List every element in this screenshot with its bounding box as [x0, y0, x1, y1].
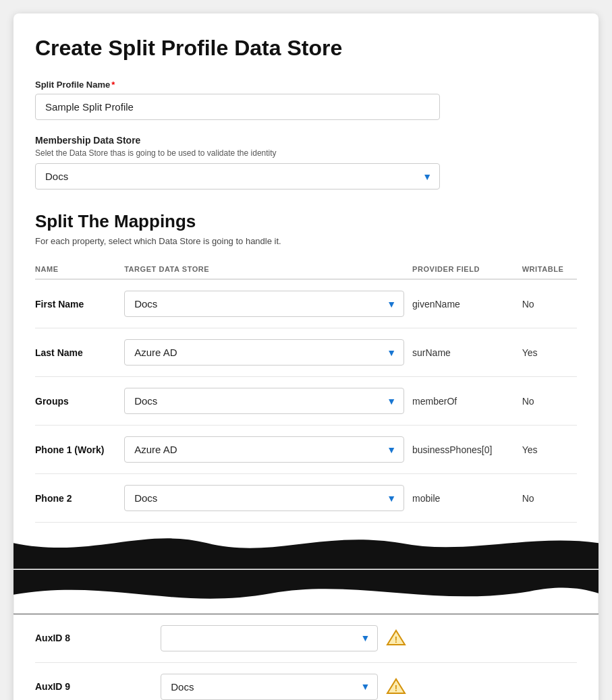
page-title: Create Split Profile Data Store [35, 35, 577, 61]
mappings-section-desc: For each property, select which Data Sto… [35, 236, 577, 246]
col-provider-header: PROVIDER FIELD [412, 260, 522, 279]
membership-data-store-label: Membership Data Store [35, 135, 577, 146]
mappings-section-title: Split The Mappings [35, 211, 577, 232]
col-writable-header: WRITABLE [522, 260, 577, 279]
row-target-select-wrapper: DocsAzure AD▼ [161, 625, 378, 651]
col-target-header: TARGET DATA STORE [124, 260, 412, 279]
row-target-select-cell: DocsAzure AD▼ [161, 662, 386, 700]
row-target-select[interactable]: DocsAzure AD [124, 339, 404, 366]
row-target-select-cell: DocsAzure AD▼ [124, 426, 412, 474]
row-target-select[interactable]: DocsAzure AD [124, 485, 404, 511]
row-provider-field: mobile [412, 474, 522, 523]
row-target-select-cell: DocsAzure AD▼ [124, 328, 412, 377]
row-writable [516, 614, 577, 663]
table-row: AuxID 9DocsAzure AD▼! [35, 662, 577, 700]
row-target-select-wrapper: DocsAzure AD▼ [124, 388, 404, 414]
table-row: GroupsDocsAzure AD▼memberOfNo [35, 377, 577, 426]
row-target-select[interactable]: DocsAzure AD [161, 625, 378, 651]
row-name: Phone 1 (Work) [35, 426, 124, 474]
svg-text:!: ! [395, 683, 397, 693]
row-target-select[interactable]: DocsAzure AD [124, 436, 404, 463]
row-provider-field: businessPhones[0] [412, 426, 522, 474]
row-provider-field: givenName [412, 279, 522, 328]
row-target-select-cell: DocsAzure AD▼ [124, 279, 412, 328]
split-profile-name-group: Split Profile Name* [35, 80, 577, 120]
mappings-table: NAME TARGET DATA STORE PROVIDER FIELD WR… [35, 260, 577, 523]
table-row: Last NameDocsAzure AD▼surNameYes [35, 328, 577, 377]
bottom-mappings-table: AuxID 8DocsAzure AD▼!AuxID 9DocsAzure AD… [35, 614, 577, 700]
row-provider-field: ! [386, 662, 516, 700]
row-name: First Name [35, 279, 124, 328]
table-row: Phone 2DocsAzure AD▼mobileNo [35, 474, 577, 523]
row-writable: No [522, 377, 577, 426]
svg-text:!: ! [395, 635, 397, 645]
row-writable: Yes [522, 328, 577, 377]
row-target-select-wrapper: DocsAzure AD▼ [124, 291, 404, 317]
membership-data-store-select-wrapper: Docs Azure AD ▼ [35, 163, 440, 189]
row-target-select-wrapper: DocsAzure AD▼ [124, 436, 404, 463]
row-name: AuxID 9 [35, 662, 161, 700]
row-name: Groups [35, 377, 124, 426]
membership-section: Membership Data Store Selet the Data Sto… [35, 135, 577, 189]
row-provider-field: surName [412, 328, 522, 377]
row-target-select[interactable]: DocsAzure AD [124, 388, 404, 414]
wave-svg [13, 523, 599, 570]
row-writable: Yes [522, 426, 577, 474]
dark-bar [13, 570, 599, 614]
membership-data-store-select[interactable]: Docs Azure AD [35, 163, 440, 189]
row-target-select-wrapper: DocsAzure AD▼ [161, 674, 378, 700]
main-card: Create Split Profile Data Store Split Pr… [13, 13, 599, 700]
wave-svg-bottom [13, 575, 599, 614]
row-target-select-wrapper: DocsAzure AD▼ [124, 339, 404, 366]
row-target-select[interactable]: DocsAzure AD [124, 291, 404, 317]
split-profile-name-input[interactable] [35, 94, 440, 120]
row-target-select-wrapper: DocsAzure AD▼ [124, 485, 404, 511]
warning-icon: ! [386, 629, 406, 646]
row-target-select-cell: DocsAzure AD▼ [124, 474, 412, 523]
row-name: AuxID 8 [35, 614, 161, 663]
row-provider-field: memberOf [412, 377, 522, 426]
required-asterisk: * [111, 80, 115, 90]
split-profile-name-label: Split Profile Name* [35, 80, 577, 90]
row-provider-field: ! [386, 614, 516, 663]
row-name: Last Name [35, 328, 124, 377]
table-row: Phone 1 (Work)DocsAzure AD▼businessPhone… [35, 426, 577, 474]
row-name: Phone 2 [35, 474, 124, 523]
row-target-select-cell: DocsAzure AD▼ [161, 614, 386, 663]
table-header-row: NAME TARGET DATA STORE PROVIDER FIELD WR… [35, 260, 577, 279]
wave-separator [13, 523, 599, 570]
table-row: First NameDocsAzure AD▼givenNameNo [35, 279, 577, 328]
row-writable: No [522, 474, 577, 523]
row-target-select[interactable]: DocsAzure AD [161, 674, 378, 700]
row-writable [516, 662, 577, 700]
col-name-header: NAME [35, 260, 124, 279]
row-target-select-cell: DocsAzure AD▼ [124, 377, 412, 426]
warning-icon: ! [386, 677, 406, 695]
membership-data-store-desc: Selet the Data Store thas is going to be… [35, 148, 577, 158]
table-row: AuxID 8DocsAzure AD▼! [35, 614, 577, 663]
row-writable: No [522, 279, 577, 328]
